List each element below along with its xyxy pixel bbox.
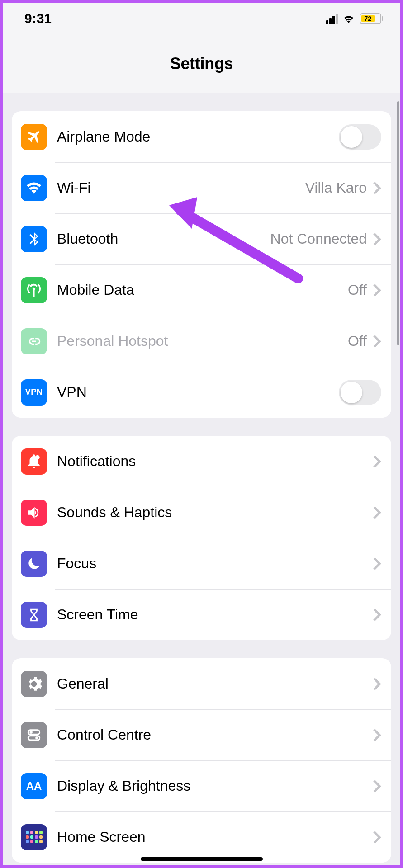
moon-icon	[21, 551, 47, 577]
settings-content[interactable]: Airplane Mode Wi-Fi Villa Karo Bluetooth	[3, 93, 400, 865]
chevron-right-icon	[373, 284, 381, 297]
svg-point-0	[35, 455, 40, 459]
status-time: 9:31	[24, 11, 52, 26]
settings-group-general: General Control Centre AA Display & Brig…	[12, 658, 391, 863]
airplane-toggle[interactable]	[339, 124, 381, 150]
row-label: Wi-Fi	[57, 179, 91, 196]
chevron-right-icon	[373, 729, 381, 741]
row-label: Display & Brightness	[57, 778, 190, 794]
antenna-icon	[21, 277, 47, 303]
row-bluetooth[interactable]: Bluetooth Not Connected	[12, 213, 391, 264]
row-sounds[interactable]: Sounds & Haptics	[12, 487, 391, 538]
chevron-right-icon	[373, 335, 381, 348]
vpn-icon: VPN	[21, 379, 47, 406]
row-notifications[interactable]: Notifications	[12, 436, 391, 487]
aa-icon: AA	[21, 773, 47, 799]
chevron-right-icon	[373, 182, 381, 194]
row-wifi[interactable]: Wi-Fi Villa Karo	[12, 162, 391, 213]
mobile-data-value: Off	[348, 282, 367, 298]
wifi-icon	[21, 175, 47, 201]
row-focus[interactable]: Focus	[12, 538, 391, 589]
chevron-right-icon	[373, 557, 381, 570]
chevron-right-icon	[373, 780, 381, 793]
chevron-right-icon	[373, 609, 381, 621]
row-label: Screen Time	[57, 606, 138, 623]
row-airplane-mode[interactable]: Airplane Mode	[12, 111, 391, 162]
wifi-status-icon	[342, 14, 355, 24]
row-label: Focus	[57, 555, 96, 572]
row-label: Sounds & Haptics	[57, 504, 172, 521]
row-label: Home Screen	[57, 829, 146, 845]
row-control-centre[interactable]: Control Centre	[12, 709, 391, 760]
airplane-icon	[21, 124, 47, 150]
grid-icon	[21, 824, 47, 850]
row-mobile-data[interactable]: Mobile Data Off	[12, 264, 391, 316]
status-right: 72	[326, 13, 383, 24]
row-home-screen[interactable]: Home Screen	[12, 811, 391, 863]
page-title: Settings	[170, 54, 233, 73]
link-icon	[21, 328, 47, 354]
svg-point-2	[30, 731, 33, 733]
status-bar: 9:31 72	[3, 3, 400, 34]
home-indicator[interactable]	[141, 857, 263, 861]
nav-header: Settings	[3, 34, 400, 93]
row-personal-hotspot[interactable]: Personal Hotspot Off	[12, 316, 391, 367]
bluetooth-icon	[21, 226, 47, 252]
chevron-right-icon	[373, 506, 381, 519]
battery-indicator: 72	[360, 13, 383, 24]
speaker-icon	[21, 500, 47, 526]
cellular-signal-icon	[326, 14, 338, 24]
row-label: Airplane Mode	[57, 128, 150, 145]
row-label: Control Centre	[57, 726, 151, 743]
bluetooth-value: Not Connected	[270, 231, 367, 247]
bell-icon	[21, 448, 47, 475]
wifi-value: Villa Karo	[305, 179, 367, 196]
row-label: Bluetooth	[57, 231, 118, 247]
chevron-right-icon	[373, 678, 381, 690]
row-vpn[interactable]: VPN VPN	[12, 367, 391, 418]
screen: 9:31 72 Settings Airplane Mode	[3, 3, 400, 865]
gear-icon	[21, 671, 47, 697]
hourglass-icon	[21, 602, 47, 628]
row-label: Personal Hotspot	[57, 333, 168, 349]
chevron-right-icon	[373, 831, 381, 844]
scrollbar[interactable]	[397, 101, 399, 345]
row-screen-time[interactable]: Screen Time	[12, 589, 391, 640]
settings-group-connectivity: Airplane Mode Wi-Fi Villa Karo Bluetooth	[12, 111, 391, 418]
row-display-brightness[interactable]: AA Display & Brightness	[12, 760, 391, 811]
chevron-right-icon	[373, 233, 381, 245]
row-label: Notifications	[57, 453, 136, 470]
battery-percent: 72	[361, 15, 375, 22]
hotspot-value: Off	[348, 333, 367, 349]
vpn-toggle[interactable]	[339, 380, 381, 405]
svg-point-4	[35, 736, 38, 739]
row-label: Mobile Data	[57, 282, 134, 298]
settings-group-notifications: Notifications Sounds & Haptics Focus	[12, 436, 391, 640]
row-label: VPN	[57, 384, 87, 401]
chevron-right-icon	[373, 455, 381, 468]
row-label: General	[57, 675, 109, 692]
switches-icon	[21, 722, 47, 748]
row-general[interactable]: General	[12, 658, 391, 709]
